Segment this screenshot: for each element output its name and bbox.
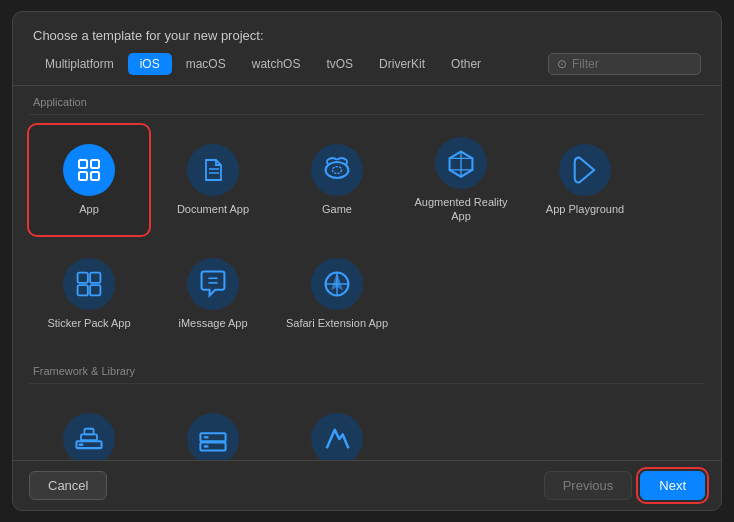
filter-icon: ⊙ [557,57,567,71]
dialog-body: Application App [13,86,721,460]
framework-icon [63,413,115,460]
tab-other[interactable]: Other [439,53,493,75]
template-framework[interactable]: Framework [29,394,149,460]
svg-marker-21 [332,275,341,289]
ar-app-label: Augmented Reality App [409,195,513,224]
section-application-label: Application [29,86,705,115]
template-ar-app[interactable]: Augmented Reality App [401,125,521,235]
document-app-label: Document App [177,202,249,216]
safari-ext-label: Safari Extension App [286,316,388,330]
svg-rect-13 [90,272,100,282]
filter-input[interactable] [572,57,692,71]
template-safari-ext[interactable]: Safari Extension App [277,239,397,349]
tab-ios[interactable]: iOS [128,53,172,75]
dialog-footer: Cancel Previous Next [13,460,721,510]
tab-tvos[interactable]: tvOS [314,53,365,75]
previous-button[interactable]: Previous [544,471,633,500]
game-icon [311,144,363,196]
tab-driverkit[interactable]: DriverKit [367,53,437,75]
template-document-app[interactable]: Document App [153,125,273,235]
template-metal-library[interactable]: Metal Library [277,394,397,460]
svg-rect-14 [78,285,88,295]
svg-rect-24 [84,429,93,435]
cancel-button[interactable]: Cancel [29,471,107,500]
app-label: App [79,202,99,216]
playground-app-icon [559,144,611,196]
footer-right: Previous Next [544,471,705,500]
svg-rect-12 [78,272,88,282]
svg-rect-2 [79,172,87,180]
tab-macos[interactable]: macOS [174,53,238,75]
template-app[interactable]: App [29,125,149,235]
metal-library-icon [311,413,363,460]
template-sticker-pack[interactable]: Sticker Pack App [29,239,149,349]
svg-rect-0 [79,160,87,168]
imessage-app-label: iMessage App [178,316,247,330]
svg-rect-15 [90,285,100,295]
template-playground-app[interactable]: App Playground [525,125,645,235]
imessage-app-icon [187,258,239,310]
svg-rect-3 [91,172,99,180]
static-library-icon [187,413,239,460]
template-game[interactable]: Game [277,125,397,235]
ar-app-icon [435,137,487,189]
application-grid: App Document App [29,119,705,355]
filter-box: ⊙ [548,53,701,75]
game-label: Game [322,202,352,216]
tabs-row: Multiplatform iOS macOS watchOS tvOS Dri… [33,53,701,75]
template-static-library[interactable]: Static Library [153,394,273,460]
next-button[interactable]: Next [640,471,705,500]
safari-ext-icon [311,258,363,310]
document-app-icon [187,144,239,196]
svg-rect-1 [91,160,99,168]
playground-app-label: App Playground [546,202,624,216]
dialog-header: Choose a template for your new project: … [13,12,721,86]
framework-grid: Framework Static Library [29,388,705,460]
template-imessage-app[interactable]: iMessage App [153,239,273,349]
svg-point-7 [332,166,341,173]
section-framework-label: Framework & Library [29,355,705,384]
tab-multiplatform[interactable]: Multiplatform [33,53,126,75]
app-icon [63,144,115,196]
new-project-dialog: Choose a template for your new project: … [12,11,722,511]
sticker-pack-icon [63,258,115,310]
sticker-pack-label: Sticker Pack App [47,316,130,330]
dialog-title: Choose a template for your new project: [33,28,701,43]
tab-watchos[interactable]: watchOS [240,53,313,75]
